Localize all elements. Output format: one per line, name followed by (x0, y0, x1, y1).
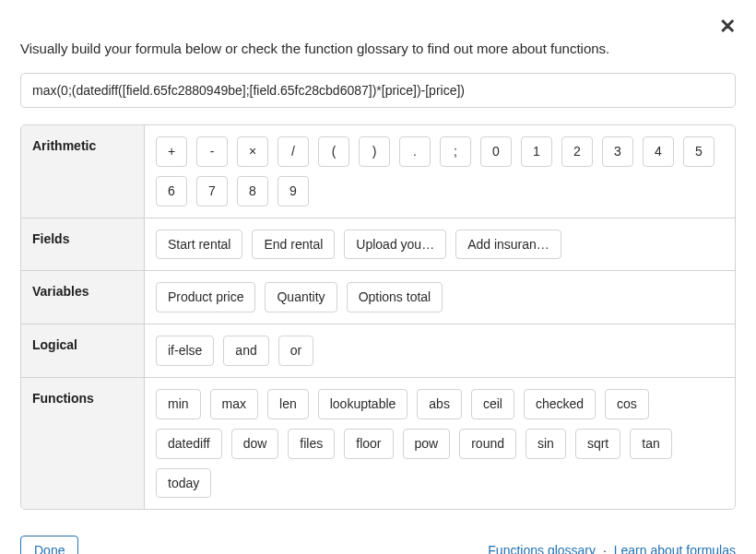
fn-files[interactable]: files (288, 429, 335, 459)
fn-tan[interactable]: tan (630, 429, 671, 459)
close-icon[interactable]: ✕ (719, 17, 736, 37)
formula-input[interactable] (20, 73, 736, 108)
token-minus[interactable]: - (196, 136, 228, 167)
field-start-rental[interactable]: Start rental (156, 230, 242, 260)
fn-dow[interactable]: dow (231, 429, 279, 459)
logical-and[interactable]: and (223, 336, 268, 366)
fn-cos[interactable]: cos (605, 389, 649, 419)
token-4[interactable]: 4 (643, 136, 674, 167)
fn-min[interactable]: min (156, 389, 201, 419)
var-options-total[interactable]: Options total (347, 282, 443, 312)
token-rparen[interactable]: ) (359, 136, 390, 167)
intro-text: Visually build your formula below or che… (20, 41, 736, 56)
token-divide[interactable]: / (278, 136, 309, 167)
token-7[interactable]: 7 (196, 176, 228, 206)
fn-len[interactable]: len (267, 389, 309, 419)
fn-max[interactable]: max (210, 389, 258, 419)
fn-floor[interactable]: floor (344, 429, 393, 459)
fn-ceil[interactable]: ceil (471, 389, 514, 419)
token-8[interactable]: 8 (237, 176, 268, 206)
row-label: Fields (21, 218, 145, 271)
row-label: Arithmetic (21, 125, 145, 218)
fn-sqrt[interactable]: sqrt (575, 429, 620, 459)
token-5[interactable]: 5 (683, 136, 715, 167)
fn-datediff[interactable]: datediff (156, 429, 222, 459)
field-end-rental[interactable]: End rental (252, 230, 335, 260)
token-semicolon[interactable]: ; (440, 136, 471, 167)
fn-checked[interactable]: checked (524, 389, 596, 419)
fn-pow[interactable]: pow (403, 429, 451, 459)
row-fields: Fields Start rental End rental Upload yo… (21, 218, 735, 272)
token-3[interactable]: 3 (602, 136, 633, 167)
token-multiply[interactable]: × (237, 136, 268, 167)
row-logical: Logical if-else and or (21, 324, 735, 378)
row-content: Start rental End rental Upload you… Add … (145, 218, 735, 271)
token-1[interactable]: 1 (521, 136, 552, 167)
separator-dot: · (603, 543, 610, 554)
field-upload[interactable]: Upload you… (344, 230, 446, 260)
row-arithmetic: Arithmetic + - × / ( ) . ; 0 1 2 3 4 5 6… (21, 125, 735, 218)
logical-or[interactable]: or (278, 336, 313, 366)
token-lparen[interactable]: ( (318, 136, 349, 167)
token-9[interactable]: 9 (278, 176, 309, 206)
token-dot[interactable]: . (399, 136, 431, 167)
row-content: min max len lookuptable abs ceil checked… (145, 378, 735, 509)
row-label: Functions (21, 378, 145, 509)
row-content: + - × / ( ) . ; 0 1 2 3 4 5 6 7 8 9 (145, 125, 735, 218)
fn-sin[interactable]: sin (526, 429, 566, 459)
footer-links: Functions glossary · Learn about formula… (488, 543, 736, 554)
row-content: if-else and or (145, 324, 735, 377)
token-0[interactable]: 0 (480, 136, 512, 167)
functions-glossary-link[interactable]: Functions glossary (488, 543, 596, 554)
footer: Done Functions glossary · Learn about fo… (20, 536, 736, 554)
row-label: Variables (21, 271, 145, 324)
learn-formulas-link[interactable]: Learn about formulas (614, 543, 736, 554)
token-6[interactable]: 6 (156, 176, 187, 206)
fn-lookuptable[interactable]: lookuptable (318, 389, 408, 419)
formula-builder: Arithmetic + - × / ( ) . ; 0 1 2 3 4 5 6… (20, 124, 736, 510)
row-content: Product price Quantity Options total (145, 271, 735, 324)
logical-ifelse[interactable]: if-else (156, 336, 214, 366)
fn-today[interactable]: today (156, 468, 211, 499)
row-label: Logical (21, 324, 145, 377)
var-quantity[interactable]: Quantity (265, 282, 337, 312)
token-2[interactable]: 2 (561, 136, 593, 167)
done-button[interactable]: Done (20, 536, 78, 554)
fn-abs[interactable]: abs (417, 389, 462, 419)
var-product-price[interactable]: Product price (156, 282, 255, 312)
row-variables: Variables Product price Quantity Options… (21, 271, 735, 324)
token-plus[interactable]: + (156, 136, 187, 167)
fn-round[interactable]: round (459, 429, 516, 459)
row-functions: Functions min max len lookuptable abs ce… (21, 378, 735, 509)
field-add-insurance[interactable]: Add insuran… (455, 230, 561, 260)
